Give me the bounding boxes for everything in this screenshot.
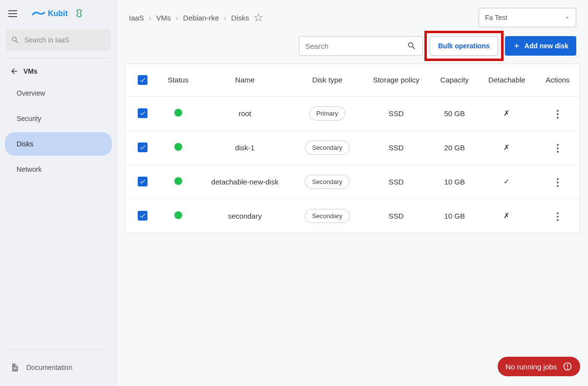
col-header-capacity[interactable]: Capacity <box>431 64 478 96</box>
row-checkbox[interactable] <box>138 108 147 118</box>
status-dot <box>174 143 182 151</box>
svg-point-5 <box>567 368 568 368</box>
chevron-right-icon: › <box>176 14 178 22</box>
search-input[interactable] <box>305 42 407 50</box>
bulk-operations-button[interactable]: Bulk operations <box>430 36 498 56</box>
status-dot <box>174 177 182 185</box>
row-actions-menu[interactable] <box>554 141 562 156</box>
table-header-row: Status Name Disk type Storage policy Cap… <box>126 64 580 96</box>
sidebar-back-label: VMs <box>23 67 38 75</box>
chevron-right-icon: › <box>224 14 226 22</box>
svg-rect-0 <box>14 367 17 368</box>
divider <box>6 58 111 58</box>
table-row: root Primary SSD 50 GB ✗ <box>126 96 580 130</box>
check-icon <box>139 212 146 219</box>
arrow-left-icon <box>10 67 19 76</box>
breadcrumb-item-3[interactable]: Disks <box>231 14 249 22</box>
disks-table: Status Name Disk type Storage policy Cap… <box>125 63 580 233</box>
row-actions-menu[interactable] <box>554 107 562 122</box>
cell-name: detachable-new-disk <box>196 164 293 199</box>
table-search[interactable] <box>299 36 423 56</box>
col-header-name[interactable]: Name <box>196 64 293 96</box>
cell-detachable: ✓ <box>478 164 536 199</box>
cell-name: root <box>196 96 293 130</box>
col-header-policy[interactable]: Storage policy <box>361 64 431 96</box>
jobs-label: No running jobs <box>505 363 557 371</box>
cell-policy: SSD <box>361 96 431 130</box>
check-icon <box>139 77 146 83</box>
jobs-status-pill[interactable]: No running jobs <box>498 357 580 376</box>
brand-secondary-icon <box>75 9 84 19</box>
check-icon <box>139 178 146 185</box>
sidebar-search-placeholder: Search in IaaS <box>24 36 69 44</box>
breadcrumb: IaaS › VMs › Debian-rke › Disks <box>129 13 263 22</box>
sidebar-item-security[interactable]: Security <box>5 107 112 130</box>
row-checkbox[interactable] <box>138 177 147 186</box>
check-icon <box>139 110 146 117</box>
col-header-actions: Actions <box>536 64 580 96</box>
disk-type-chip: Secondary <box>305 141 350 155</box>
breadcrumb-item-0[interactable]: IaaS <box>129 14 144 22</box>
col-header-status[interactable]: Status <box>160 64 196 96</box>
cell-name: secondary <box>196 199 293 233</box>
sidebar-search[interactable]: Search in IaaS <box>6 29 111 51</box>
cell-policy: SSD <box>361 199 431 233</box>
cell-policy: SSD <box>361 164 431 199</box>
cell-capacity: 10 GB <box>431 199 478 233</box>
sidebar-item-overview[interactable]: Overview <box>5 81 112 105</box>
table-row: detachable-new-disk Secondary SSD 10 GB … <box>126 164 580 199</box>
disk-type-chip: Secondary <box>305 175 350 189</box>
row-actions-menu[interactable] <box>554 209 562 224</box>
main-content: IaaS › VMs › Debian-rke › Disks Fa Test … <box>117 0 588 386</box>
cell-name: disk-1 <box>196 130 293 164</box>
alert-circle-icon <box>563 362 572 371</box>
select-all-checkbox[interactable] <box>138 75 147 85</box>
add-new-disk-label: Add new disk <box>525 42 568 50</box>
table-row: disk-1 Secondary SSD 20 GB ✗ <box>126 130 580 164</box>
cell-detachable: ✗ <box>478 199 536 233</box>
cell-detachable: ✗ <box>478 130 536 164</box>
search-icon <box>407 41 417 51</box>
breadcrumb-item-2[interactable]: Debian-rke <box>183 14 219 22</box>
documentation-label: Documentation <box>26 364 72 371</box>
brand-logo[interactable]: Kubit <box>32 9 68 18</box>
brand-name: Kubit <box>48 9 68 18</box>
check-icon <box>139 144 146 151</box>
cell-capacity: 50 GB <box>431 96 478 130</box>
project-selector-value: Fa Test <box>485 14 507 21</box>
cell-capacity: 20 GB <box>431 130 478 164</box>
documentation-link[interactable]: Documentation <box>0 354 117 381</box>
chevron-right-icon: › <box>149 14 151 22</box>
sidebar-back[interactable]: VMs <box>0 62 117 81</box>
sidebar-nav: Overview Security Disks Network <box>0 81 117 182</box>
menu-toggle-icon[interactable] <box>7 8 19 20</box>
search-icon <box>11 36 20 44</box>
chevron-down-icon <box>564 15 570 20</box>
col-header-type[interactable]: Disk type <box>293 64 361 96</box>
cell-capacity: 10 GB <box>431 164 478 199</box>
row-checkbox[interactable] <box>138 142 147 152</box>
sidebar-item-disks[interactable]: Disks <box>5 132 112 156</box>
svg-marker-2 <box>254 14 262 21</box>
divider <box>6 349 111 350</box>
disk-type-chip: Secondary <box>305 209 350 223</box>
col-header-detachable[interactable]: Detachable <box>478 64 536 96</box>
add-new-disk-button[interactable]: Add new disk <box>505 36 576 56</box>
svg-rect-1 <box>14 369 17 369</box>
cell-detachable: ✗ <box>478 96 536 130</box>
document-icon <box>10 363 20 372</box>
status-dot <box>174 109 182 117</box>
row-actions-menu[interactable] <box>554 175 562 190</box>
disk-type-chip: Primary <box>309 106 346 121</box>
cell-policy: SSD <box>361 130 431 164</box>
project-selector[interactable]: Fa Test <box>479 8 576 27</box>
row-checkbox[interactable] <box>138 211 147 221</box>
sidebar: Kubit Search in IaaS VMs Overview Securi… <box>0 0 117 386</box>
status-dot <box>174 211 182 219</box>
plus-icon <box>513 42 521 50</box>
breadcrumb-item-1[interactable]: VMs <box>156 14 171 22</box>
star-icon[interactable] <box>254 13 263 22</box>
sidebar-item-network[interactable]: Network <box>5 158 112 181</box>
table-row: secondary Secondary SSD 10 GB ✗ <box>126 199 580 233</box>
